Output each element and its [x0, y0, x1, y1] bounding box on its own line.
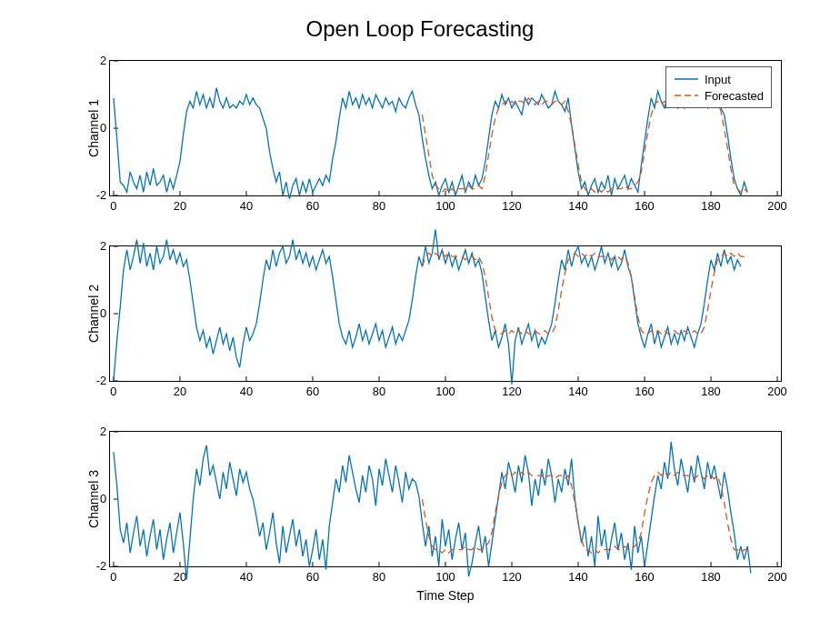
svg-text:120: 120 [502, 570, 521, 584]
svg-text:40: 40 [240, 570, 253, 584]
svg-text:180: 180 [701, 199, 720, 213]
series-input [114, 88, 747, 199]
svg-text:0: 0 [110, 199, 116, 213]
chart-title: Open Loop Forecasting [0, 16, 840, 42]
legend-item-forecasted: Forecasted [674, 87, 764, 104]
svg-text:-2: -2 [96, 374, 106, 387]
legend-label-input: Input [705, 73, 731, 86]
svg-text:-2: -2 [96, 188, 106, 202]
svg-text:40: 40 [240, 199, 253, 213]
series-forecasted [422, 472, 747, 553]
svg-text:60: 60 [306, 385, 319, 398]
svg-text:200: 200 [767, 199, 786, 213]
figure: Open Loop Forecasting Channel 1020406080… [0, 0, 840, 630]
svg-text:160: 160 [635, 199, 654, 213]
series-forecasted [422, 253, 747, 334]
legend-swatch-input [674, 74, 699, 85]
svg-text:120: 120 [502, 385, 521, 398]
svg-text:60: 60 [306, 570, 319, 584]
svg-text:20: 20 [174, 570, 186, 584]
series-input [114, 229, 741, 384]
svg-text:100: 100 [435, 199, 455, 213]
svg-text:120: 120 [502, 199, 521, 213]
series-input [114, 442, 751, 580]
svg-text:100: 100 [435, 570, 455, 584]
xlabel: Time Step [110, 588, 781, 603]
legend: InputForecasted [665, 66, 772, 108]
svg-text:-2: -2 [96, 559, 106, 573]
chart-panel-1: Channel 1020406080100120140160180200-202… [109, 60, 782, 196]
svg-text:160: 160 [635, 385, 654, 398]
legend-label-forecasted: Forecasted [705, 89, 764, 103]
legend-item-input: Input [674, 71, 764, 87]
svg-text:200: 200 [767, 385, 786, 398]
svg-text:0: 0 [100, 492, 106, 505]
ylabel: Channel 1 [86, 99, 101, 157]
legend-swatch-forecasted [674, 90, 699, 101]
svg-text:0: 0 [100, 306, 106, 320]
svg-text:2: 2 [100, 425, 106, 438]
ylabel: Channel 2 [86, 285, 101, 343]
svg-text:140: 140 [568, 385, 587, 398]
svg-text:80: 80 [373, 570, 385, 584]
series-forecasted [422, 98, 747, 193]
svg-text:80: 80 [373, 199, 385, 213]
svg-text:140: 140 [568, 570, 587, 584]
svg-text:40: 40 [240, 385, 253, 398]
svg-text:180: 180 [701, 385, 720, 398]
chart-panel-3: Channel 3020406080100120140160180200-202… [109, 431, 782, 567]
svg-text:20: 20 [174, 385, 186, 398]
svg-text:0: 0 [110, 570, 116, 584]
plot-svg: 020406080100120140160180200-202 [110, 246, 781, 381]
plot-svg: 020406080100120140160180200-202 [110, 432, 781, 566]
svg-text:60: 60 [306, 199, 319, 213]
svg-text:80: 80 [373, 385, 385, 398]
svg-text:100: 100 [435, 385, 455, 398]
svg-text:0: 0 [100, 121, 106, 135]
ylabel: Channel 3 [86, 470, 101, 528]
svg-text:180: 180 [701, 570, 720, 584]
svg-text:2: 2 [100, 54, 106, 67]
svg-text:140: 140 [568, 199, 587, 213]
svg-text:20: 20 [174, 199, 186, 213]
svg-text:200: 200 [767, 570, 786, 584]
svg-text:0: 0 [110, 385, 116, 398]
svg-text:2: 2 [100, 239, 106, 253]
svg-text:160: 160 [635, 570, 654, 584]
chart-panel-2: Channel 2020406080100120140160180200-202 [109, 245, 782, 382]
